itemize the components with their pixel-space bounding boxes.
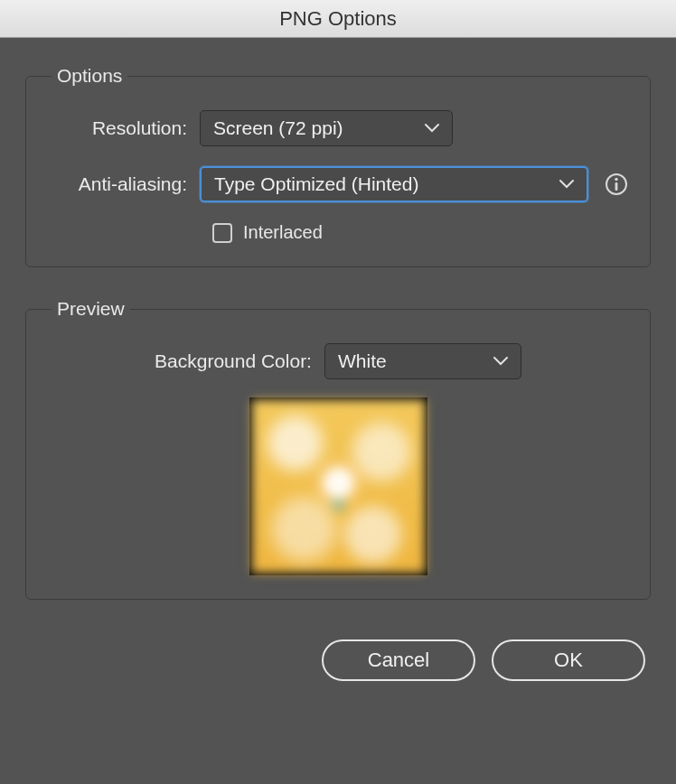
- background-color-label: Background Color:: [155, 350, 324, 372]
- window-title: PNG Options: [279, 7, 397, 31]
- resolution-row: Resolution: Screen (72 ppi): [46, 110, 630, 146]
- interlaced-checkbox[interactable]: [212, 223, 232, 243]
- dialog-buttons: Cancel OK: [25, 630, 651, 681]
- resolution-select[interactable]: Screen (72 ppi): [200, 110, 453, 146]
- preview-thumbnail-border: [249, 397, 427, 575]
- background-color-row: Background Color: White: [46, 343, 630, 379]
- preview-thumbnail-wrap: [46, 397, 630, 575]
- preview-thumbnail: [250, 398, 427, 574]
- anti-aliasing-value: Type Optimized (Hinted): [214, 173, 418, 195]
- window-titlebar: PNG Options: [0, 0, 676, 38]
- chevron-down-icon: [559, 180, 574, 189]
- dialog-content: Options Resolution: Screen (72 ppi) Anti…: [0, 38, 676, 703]
- ok-button-label: OK: [554, 649, 583, 672]
- background-color-value: White: [338, 350, 387, 372]
- cancel-button-label: Cancel: [368, 649, 429, 672]
- preview-fieldset: Preview Background Color: White: [25, 298, 651, 600]
- cancel-button[interactable]: Cancel: [322, 639, 475, 681]
- preview-legend: Preview: [52, 298, 130, 320]
- anti-aliasing-row: Anti-aliasing: Type Optimized (Hinted): [46, 166, 630, 202]
- svg-point-1: [615, 178, 617, 181]
- options-fieldset: Options Resolution: Screen (72 ppi) Anti…: [25, 65, 651, 267]
- chevron-down-icon: [493, 357, 508, 366]
- info-icon[interactable]: [605, 173, 628, 196]
- options-legend: Options: [52, 65, 127, 87]
- background-color-select[interactable]: White: [324, 343, 521, 379]
- anti-aliasing-select[interactable]: Type Optimized (Hinted): [200, 166, 588, 202]
- ok-button[interactable]: OK: [492, 639, 645, 681]
- anti-aliasing-label: Anti-aliasing:: [46, 173, 200, 195]
- chevron-down-icon: [425, 124, 439, 133]
- interlaced-label: Interlaced: [243, 222, 323, 243]
- resolution-label: Resolution:: [46, 117, 200, 139]
- resolution-value: Screen (72 ppi): [213, 117, 343, 139]
- interlaced-row: Interlaced: [212, 222, 630, 243]
- svg-rect-2: [615, 182, 618, 191]
